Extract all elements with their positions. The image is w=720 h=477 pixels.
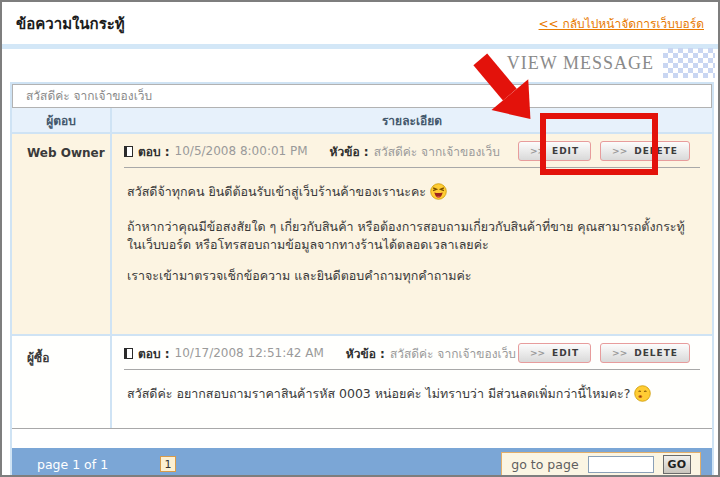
column-header-detail: รายละเอียด — [112, 108, 712, 132]
whistling-emoticon-icon — [634, 385, 651, 407]
column-header-author: ผู้ตอบ — [12, 108, 112, 132]
pagination-bar: page 1 of 1 1 go to page GO — [12, 448, 712, 477]
subject-label: หัวข้อ : — [346, 344, 385, 363]
topic-title-bar: สวัสดีค่ะ จากเจ้าของเว็บ — [12, 84, 712, 108]
goto-page-label: go to page — [511, 457, 578, 472]
current-page-button[interactable]: 1 — [160, 456, 176, 472]
delete-button[interactable]: >>DELETE — [600, 141, 690, 161]
edit-button[interactable]: >>EDIT — [518, 141, 591, 161]
reply-label: ตอบ : — [138, 344, 170, 363]
reply-meta: ตอบ : 10/17/2008 12:51:42 AM หัวข้อ : สว… — [112, 336, 712, 366]
reply-label: ตอบ : — [138, 142, 170, 161]
subject-text: สวัสดีค่ะ จากเจ้าของเว็บ — [390, 344, 516, 363]
message-body: สวัสดีค่ะ อยากสอบถามราคาสินค้ารหัส 0003 … — [112, 370, 712, 428]
message-row: Web Owner ตอบ : 10/5/2008 8:00:01 PM หัว… — [12, 134, 712, 334]
view-message-heading: VIEW MESSAGE — [507, 53, 654, 74]
edit-button[interactable]: >>EDIT — [518, 343, 591, 363]
message-board: สวัสดีค่ะ จากเจ้าของเว็บ ผู้ตอบ รายละเอี… — [10, 82, 714, 477]
author-cell: Web Owner — [12, 134, 112, 334]
author-cell: ผู้ซื้อ — [12, 336, 112, 428]
page-frame: ข้อความในกระทู้ << กลับไปหน้าจัดการเว็บบ… — [0, 0, 720, 477]
row-actions: >>EDIT >>DELETE — [518, 343, 700, 363]
double-chevron-icon: >> — [530, 146, 545, 156]
message-paragraph: เราจะเข้ามาตรวจเช็กข้อความ และยินดีตอบคำ… — [127, 267, 697, 285]
reply-date: 10/17/2008 12:51:42 AM — [175, 346, 324, 360]
message-paragraph: สวัสดีจ้าทุกคน ยินดีต้อนรับเข้าสู่เว็บร้… — [127, 183, 697, 205]
message-row: ผู้ซื้อ ตอบ : 10/17/2008 12:51:42 AM หัว… — [12, 336, 712, 429]
laughing-mad-emoticon-icon — [430, 183, 447, 205]
double-chevron-icon: >> — [612, 348, 627, 358]
go-button[interactable]: GO — [663, 455, 691, 474]
table-bottom-gap — [12, 429, 712, 448]
double-chevron-icon: >> — [530, 348, 545, 358]
back-link[interactable]: << กลับไปหน้าจัดการเว็บบอร์ด — [539, 14, 704, 33]
subject-text: สวัสดีค่ะ จากเจ้าของเว็บ — [374, 142, 500, 161]
checker-pattern-decoration — [663, 48, 715, 78]
detail-cell: ตอบ : 10/17/2008 12:51:42 AM หัวข้อ : สว… — [112, 336, 712, 428]
header-divider-bar — [2, 44, 718, 49]
goto-page-box: go to page GO — [501, 452, 701, 477]
note-icon — [124, 348, 133, 359]
table-header-row: ผู้ตอบ รายละเอียด — [12, 108, 712, 134]
message-paragraph: สวัสดีค่ะ อยากสอบถามราคาสินค้ารหัส 0003 … — [127, 385, 697, 407]
message-body: สวัสดีจ้าทุกคน ยินดีต้อนรับเข้าสู่เว็บร้… — [112, 168, 712, 307]
detail-cell: ตอบ : 10/5/2008 8:00:01 PM หัวข้อ : สวัส… — [112, 134, 712, 334]
row-actions: >>EDIT >>DELETE — [518, 141, 700, 161]
subject-label: หัวข้อ : — [330, 142, 369, 161]
page-info: page 1 of 1 — [37, 457, 108, 472]
reply-meta: ตอบ : 10/5/2008 8:00:01 PM หัวข้อ : สวัส… — [112, 134, 712, 164]
note-icon — [124, 146, 133, 157]
reply-date: 10/5/2008 8:00:01 PM — [175, 144, 308, 158]
page-title: ข้อความในกระทู้ — [16, 12, 125, 36]
double-chevron-icon: >> — [612, 146, 627, 156]
message-paragraph: ถ้าหากว่าคุณมีข้อสงสัยใด ๆ เกี่ยวกับสินค… — [127, 218, 697, 254]
delete-button[interactable]: >>DELETE — [600, 343, 690, 363]
goto-page-input[interactable] — [588, 456, 654, 473]
